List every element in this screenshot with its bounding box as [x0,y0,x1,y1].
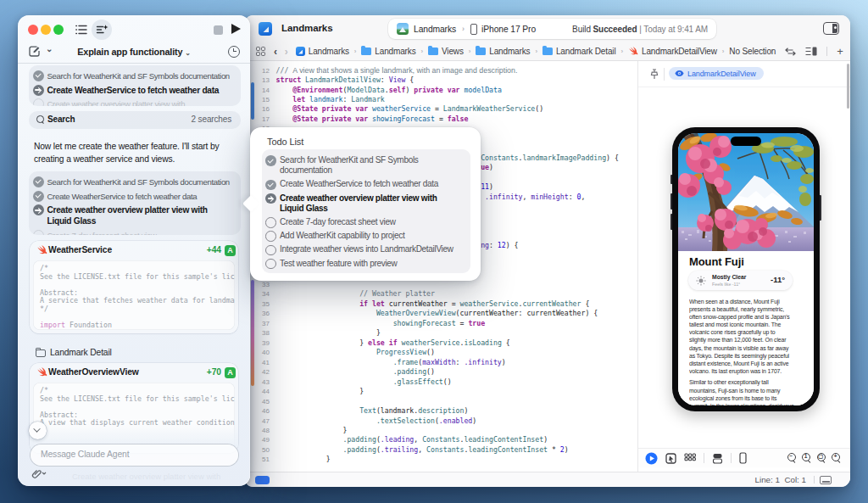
related-items-icon[interactable] [256,47,265,56]
todo-item[interactable]: Create 7-day forecast sheet view [265,215,467,229]
variants-button[interactable] [684,453,696,464]
swap-editors-icon[interactable] [785,48,796,56]
task-item[interactable]: Create WeatherService to fetch weather d… [29,189,241,204]
keyboard-icon[interactable] [820,476,832,484]
file-change-card[interactable]: WeatherOverviewView +70 A /*See the LICE… [30,363,238,453]
folder-row[interactable]: Landmark Detail [50,348,112,357]
todo-item[interactable]: Search for WeatherKit and SF Symbols doc… [265,154,467,177]
divider [731,453,732,463]
back-button[interactable]: ‹ [274,48,277,56]
breadcrumb-item[interactable]: Views [428,47,464,56]
code-line: @Environment(ModelData.self) private var… [276,86,502,96]
editor-layout-icon[interactable] [805,47,817,56]
todo-item[interactable]: Test weather feature with preview [265,257,467,271]
zoom-in-icon[interactable]: + [832,453,842,463]
empty-circle-icon [265,217,276,228]
landmark-card: Mount Fuji Mostly Clear Feels like -11° … [678,251,814,405]
breadcrumb-item[interactable]: Landmarks [476,47,530,56]
code-line: /// A view that shows a single landmark,… [276,66,518,76]
project-icon [296,47,305,56]
window-title: Landmarks [281,23,332,33]
scroll-to-bottom-button[interactable] [29,422,47,439]
zoom-button[interactable] [53,25,64,35]
forward-button[interactable]: › [285,48,288,56]
cursor-position: Line: 1 Col: 1 [755,475,806,484]
code-line: // Weather platter [276,289,435,299]
inspector-toggle-icon[interactable] [823,22,839,35]
arrow-circle-icon [265,193,276,204]
snippet-line: import Foundation [40,321,235,330]
color-scheme-button[interactable] [712,453,723,464]
chevron-right-icon: › [469,48,471,55]
todo-item[interactable]: Create WeatherService to fetch weather d… [265,177,467,191]
add-editor-icon[interactable]: + [837,45,843,58]
breadcrumb-item[interactable]: Landmarks [296,47,349,56]
folder-icon [428,48,438,55]
scrollbar-thumb[interactable] [847,64,849,109]
code-line: .padding() [276,367,435,377]
iphone-screen[interactable]: Mount Fuji Mostly Clear Feels like -11° … [678,133,814,405]
file-change-card[interactable]: WeatherService +44 A /*See the LICENSE.t… [30,241,238,333]
task-item[interactable]: Create weather overview platter view wit… [29,204,241,229]
search-row[interactable]: Search 2 searches [29,111,241,129]
zoom-100-icon[interactable]: 1 [802,453,812,463]
arrow-circle-icon [33,204,44,215]
task-item[interactable]: Create WeatherService to fetch weather d… [29,83,241,98]
continue-button[interactable] [231,24,241,34]
breadcrumb-item[interactable]: No Selection [729,47,776,56]
empty-circle-icon [265,245,276,256]
task-item[interactable]: Search for WeatherKit and SF Symbols doc… [29,69,241,83]
preview-target-pill[interactable]: LandmarkDetailView [669,67,764,80]
code-line: } [276,328,381,338]
task-list-card[interactable]: Search for WeatherKit and SF Symbols doc… [29,65,241,106]
folder-icon [361,48,371,55]
scheme-pill[interactable]: Landmarks › iPhone 17 Pro Build Succeede… [388,19,716,39]
todo-item[interactable]: Create weather overview platter view wit… [265,192,467,215]
todo-list: Search for WeatherKit and SF Symbols doc… [262,149,470,273]
status-file-pill[interactable] [255,476,270,484]
swift-file-icon [628,47,638,57]
input-placeholder: Message Claude Agent [41,450,129,459]
close-button[interactable] [28,25,38,35]
task-item[interactable]: Create 7-day forecast sheet view [29,228,241,235]
conversation-title[interactable]: Explain app functionality ⌄ [18,47,250,57]
chevron-right-icon: › [420,48,423,55]
selectable-mode-button[interactable] [665,453,676,464]
chevron-right-icon: › [722,48,725,55]
weather-condition: Mostly Clear [712,274,746,280]
agent-tasks-icon[interactable] [92,20,112,40]
todo-item[interactable]: Add WeatherKit capability to project [265,229,467,243]
search-label: Search [47,115,75,124]
weather-platter[interactable]: Mostly Clear Feels like -11° -11° [688,271,793,290]
minimize-button[interactable] [41,25,51,35]
xcode-toolbar: Landmarks Landmarks › iPhone 17 Pro Buil… [244,15,850,42]
device-settings-button[interactable] [739,452,747,464]
code-line: .padding(.leading, Constants.leadingCont… [276,435,548,445]
task-item[interactable]: Search for WeatherKit and SF Symbols doc… [29,175,241,189]
attachment-icon[interactable] [29,467,54,479]
breadcrumb-item[interactable]: LandmarkDetailView [628,47,717,57]
breadcrumb-item[interactable]: Landmark Detail [542,47,616,56]
list-icon[interactable] [75,25,87,35]
todo-popover: Todo List Search for WeatherKit and SF S… [250,127,481,281]
message-input[interactable]: Message Claude Agent [31,444,238,466]
divider [18,63,250,64]
breadcrumb-item[interactable]: Landmarks [361,47,415,56]
task-item[interactable]: Create weather overview platter view wit… [29,98,241,106]
pin-icon[interactable] [649,69,659,80]
code-line: } [276,387,364,397]
build-status[interactable]: Build Succeeded | Today at 9:41 AM [572,25,708,34]
folder-icon [476,48,486,55]
live-preview-button[interactable] [645,452,658,465]
swift-icon [36,367,47,378]
zoom-fit-icon[interactable]: ▢ [817,453,827,463]
scheme-name[interactable]: Landmarks [414,25,456,34]
todo-item[interactable]: Integrate weather views into LandmarkDet… [265,243,467,256]
run-destination[interactable]: iPhone 17 Pro [481,25,536,34]
history-icon[interactable] [228,46,240,58]
search-count: 2 searches [192,115,231,124]
stop-button[interactable] [214,25,223,35]
zoom-out-icon[interactable]: − [787,453,798,463]
code-snippet: /*See the LICENSE.txt file for this samp… [33,260,235,330]
task-list-card[interactable]: Search for WeatherKit and SF Symbols doc… [29,171,241,235]
